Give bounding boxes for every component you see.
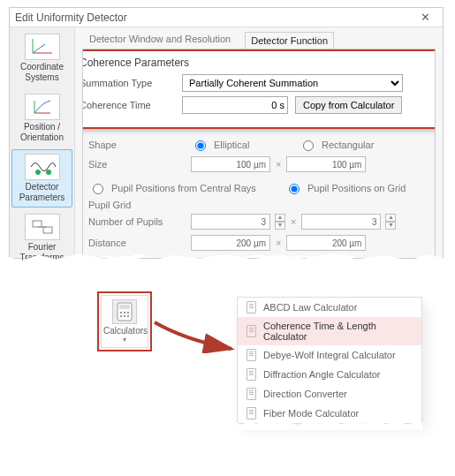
calc-page-icon: [246, 407, 256, 419]
svg-point-6: [46, 170, 51, 175]
spinner-icon[interactable]: ▲▼: [385, 214, 396, 230]
calc-page-icon: [246, 349, 256, 361]
menu-item-diffraction[interactable]: Diffraction Angle Calculator: [238, 365, 421, 384]
svg-point-16: [127, 315, 129, 317]
group-title: Coherence Parameters: [82, 57, 436, 69]
calc-page-icon: [246, 388, 256, 400]
menu-item-direction[interactable]: Direction Converter: [238, 384, 421, 404]
arrow-icon: [150, 318, 239, 353]
size-y-input[interactable]: [286, 156, 366, 172]
times-symbol: ×: [291, 216, 296, 227]
calculators-label: Calculators: [103, 326, 146, 336]
pupil-from-rays-radio[interactable]: [93, 184, 103, 194]
coherence-time-input[interactable]: [182, 96, 288, 114]
tab-strip: Detector Window and Resolution Detector …: [82, 31, 436, 49]
svg-point-13: [127, 312, 129, 314]
shape-elliptical-label: Elliptical: [214, 140, 293, 150]
svg-rect-10: [119, 305, 130, 309]
waveform-icon: [25, 154, 60, 180]
edit-uniformity-detector-dialog: Edit Uniformity Detector ✕ Coordinate Sy…: [9, 7, 444, 259]
pupil-on-grid-radio[interactable]: [289, 184, 300, 194]
pupil-from-rays-label: Pupil Positions from Central Rays: [111, 183, 279, 193]
svg-point-11: [120, 312, 122, 314]
close-icon[interactable]: ✕: [413, 11, 437, 24]
dialog-title: Edit Uniformity Detector: [15, 11, 127, 24]
tab-detector-window[interactable]: Detector Window and Resolution: [84, 31, 236, 49]
svg-point-5: [35, 170, 41, 175]
orientation-icon: [25, 94, 60, 120]
sidebar-item-coordinate-systems[interactable]: Coordinate Systems: [11, 29, 72, 87]
svg-rect-8: [43, 227, 52, 233]
fourier-icon: [25, 214, 60, 240]
coherence-parameters-group: Coherence Parameters Summation Type Part…: [82, 49, 436, 129]
sidebar-item-label: Detector Parameters: [14, 182, 70, 203]
titlebar: Edit Uniformity Detector ✕: [10, 8, 443, 27]
size-x-input[interactable]: [191, 156, 270, 172]
menu-item-fiber[interactable]: Fiber Mode Calculator: [238, 404, 421, 423]
num-pupils-x-input[interactable]: [191, 214, 270, 230]
sidebar-item-label: Fourier Transforms: [14, 242, 70, 263]
num-pupils-label: Number of Pupils: [88, 216, 186, 227]
spinner-icon[interactable]: ▲▼: [275, 214, 285, 230]
svg-rect-7: [33, 221, 42, 227]
svg-point-12: [124, 312, 125, 314]
svg-point-14: [120, 315, 122, 317]
calculators-menu: ABCD Law Calculator Coherence Time & Len…: [237, 297, 422, 424]
times-symbol: ×: [276, 238, 281, 248]
pupil-on-grid-label: Pupil Positions on Grid: [307, 183, 406, 193]
shape-rectangular-radio[interactable]: [303, 140, 314, 151]
num-pupils-y-input[interactable]: [301, 214, 381, 230]
summation-type-label: Summation Type: [82, 78, 175, 88]
pupil-grid-label: Pupil Grid: [88, 200, 426, 210]
shape-rectangular-label: Rectangular: [322, 140, 374, 150]
calculators-button-highlight: Calculators ▾: [97, 291, 152, 351]
distance-label: Distance: [88, 238, 186, 248]
times-symbol: ×: [276, 159, 281, 170]
detector-form: Shape Elliptical Rectangular Size ×: [88, 138, 426, 256]
calc-page-icon: [246, 368, 256, 381]
copy-from-calculator-button[interactable]: Copy from Calculator: [295, 96, 402, 114]
coherence-time-label: Coherence Time: [82, 100, 175, 110]
sidebar-item-fourier-transforms[interactable]: Fourier Transforms: [11, 209, 72, 268]
tab-pane: Coherence Parameters Summation Type Part…: [82, 49, 436, 259]
calculator-icon: [112, 299, 137, 324]
sidebar: Coordinate Systems Position / Orientatio…: [10, 27, 75, 258]
shape-label: Shape: [88, 140, 186, 150]
size-label: Size: [88, 159, 186, 170]
menu-item-abcd[interactable]: ABCD Law Calculator: [238, 298, 421, 317]
summation-type-select[interactable]: Partially Coherent Summation: [182, 74, 403, 92]
sidebar-item-detector-parameters[interactable]: Detector Parameters: [11, 149, 72, 208]
axes-icon: [25, 34, 60, 60]
distance-x-input[interactable]: [191, 235, 270, 251]
shape-elliptical-radio[interactable]: [195, 140, 206, 151]
calc-page-icon: [246, 325, 256, 337]
distance-y-input[interactable]: [286, 235, 366, 251]
calculators-button[interactable]: Calculators ▾: [101, 295, 148, 348]
menu-item-coherence[interactable]: Coherence Time & Length Calculator: [238, 317, 421, 345]
menu-item-debye-wolf[interactable]: Debye-Wolf Integral Calculator: [238, 345, 421, 365]
calc-page-icon: [246, 301, 256, 314]
svg-point-15: [124, 315, 125, 317]
sidebar-item-label: Coordinate Systems: [14, 62, 70, 83]
tab-detector-function[interactable]: Detector Function: [245, 32, 334, 49]
sidebar-item-label: Position / Orientation: [14, 122, 70, 143]
svg-line-2: [33, 44, 45, 53]
sidebar-item-position-orientation[interactable]: Position / Orientation: [11, 89, 72, 147]
